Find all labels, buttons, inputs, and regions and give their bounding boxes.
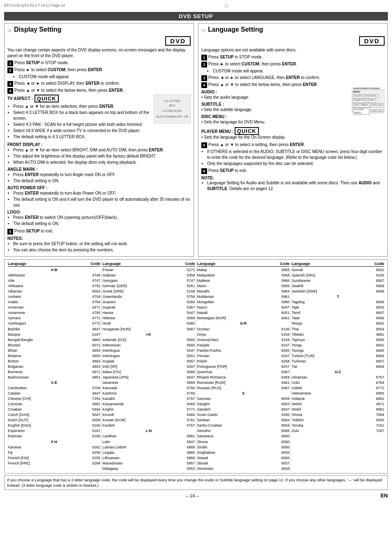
lang-row: Vietnamese6855 <box>292 391 384 396</box>
lang-row: Romanian [RUM]6461 <box>197 380 290 385</box>
right-step-1: 1 Press SETUP in STOP mode. <box>201 54 385 60</box>
lang-col-4: Language Code Somali6561 Spanish [SPA]51… <box>291 261 385 471</box>
lang-row: Yoruba7161 <box>292 423 384 428</box>
lang-row: Turkish [TUR]6664 <box>292 353 384 359</box>
lang-row: Spanish [SPA]5165 <box>292 273 384 278</box>
lang-row: Zulu7267 <box>292 428 384 434</box>
lang-row: Twi6669 <box>292 364 384 369</box>
lang-row: Hungarian [HUN]5467 <box>102 327 195 332</box>
lang-row: Macedonian5957 <box>102 461 195 466</box>
lang-row: Uzbek6772 <box>292 385 384 391</box>
tv-aspect-label: TV ASPECT : QUICK <box>7 95 151 102</box>
language-setting-icon: ☞ <box>201 28 206 34</box>
lang-row: Georgian5747 <box>102 278 195 283</box>
lang-row: Greenlandic5758 <box>102 294 195 300</box>
lang-row: Corsican4961 <box>8 402 100 407</box>
lang-row: Shona6560 <box>197 439 290 445</box>
lang-row: Samoan6559 <box>197 396 290 402</box>
auto-power-bullets: Press ENTER repeatedly to turn Auto Powe… <box>13 190 191 208</box>
lang-row: Byelorussian4851 <box>8 375 100 380</box>
lang-row: Breton4864 <box>8 359 100 364</box>
lang-row: Singhalese6555 <box>197 450 290 455</box>
lang-row: Slovak6557 <box>197 461 290 466</box>
left-step-4: 4 Press ▲ or ▼ to select the below items… <box>7 88 191 94</box>
lang-row: Lingala5860 <box>102 450 195 455</box>
logo-bullets: Press ENTER to switch ON (opening pictur… <box>13 215 191 227</box>
lang-section-ln: L-N <box>102 428 195 434</box>
right-dvd-badge: DVD <box>359 36 385 46</box>
lang-row: Hindi5455 <box>102 321 195 326</box>
left-notes-title: NOTES: <box>7 236 191 241</box>
lang-row: Polish6258 <box>197 359 290 364</box>
lang-row: Marathi5964 <box>197 289 290 294</box>
lang-row: Sanskrit6547 <box>197 407 290 412</box>
lang-row: Azerbaijani4772 <box>8 321 100 326</box>
lang-row: Somali6561 <box>292 267 384 273</box>
lang-row: Inupiak5557 <box>102 359 195 364</box>
lang-row: Serbo-Croatian6554 <box>197 423 290 428</box>
lang-row: Russian [RUS]6467 <box>197 385 290 391</box>
file-info-circle: ○ <box>224 1 229 10</box>
lang-row: Afrikaans4752 <box>8 283 100 289</box>
lang-row: Pashto;Pushto6265 <box>197 348 290 353</box>
lang-row: Maori5955 <box>197 283 290 289</box>
lang-row: German [GER]5051 <box>102 283 195 289</box>
lang-row: Tibetan4861 <box>292 332 384 337</box>
lang-col-4-header: Language Code <box>292 261 384 267</box>
lang-row: Swahili6569 <box>292 283 384 289</box>
page-num: – 14 – <box>186 493 199 498</box>
lang-row: Icelandic [ICE]5565 <box>102 337 195 343</box>
lang-row: Setswana6660 <box>197 434 290 439</box>
lang-row: Rhaeto-Romance6459 <box>197 375 290 380</box>
lang-row: Siswat6565 <box>197 455 290 461</box>
display-setting-icon: ☞ <box>7 28 12 34</box>
lang-row: Latin5847 <box>102 439 195 445</box>
lang-row: Amharic4759 <box>8 294 100 300</box>
angle-mark-title: ANGLE MARK : <box>7 167 191 172</box>
auto-power-title: AUTO POWER OFF : <box>7 186 191 190</box>
lang-row: Interlingua5547 <box>102 348 195 353</box>
lang-row: Urdu6764 <box>292 380 384 385</box>
lang-row: Hausa5447 <box>102 310 195 316</box>
lang-row: French [FRE]5264 <box>8 461 100 466</box>
lang-row: Sindhi6550 <box>197 445 290 450</box>
lang-row: Tatar6666 <box>292 316 384 321</box>
lang-row: Frisian5271 <box>102 267 195 273</box>
footer-note: If you choose a Language that has a 3 le… <box>4 475 388 490</box>
lang-row: Ukrainian6757 <box>292 375 384 380</box>
front-display-title: FRONT DISPLAY : <box>7 142 191 147</box>
lang-row: Tajik6653 <box>292 305 384 310</box>
lang-row: Panjabi6247 <box>197 343 290 348</box>
note-title: NOTE: <box>201 176 214 180</box>
file-info-text: E5711UD.QX3 03.2.7 19:11 Page 14 <box>4 3 65 10</box>
lang-row: Bihari4854 <box>8 348 100 353</box>
lang-row: Javanese5669 <box>102 380 195 385</box>
lang-section-ab: A-B <box>8 267 100 273</box>
lang-row: Portuguese [POR]6257 <box>197 364 290 369</box>
lang-row: Czech [DAN]5047 <box>8 412 100 418</box>
lang-row: Telugu6651 <box>292 321 384 326</box>
lang-section-uz: U-Z <box>292 369 384 375</box>
lang-row: Esperanto5161 <box>8 428 100 434</box>
player-menu-title: PLAYER MENU : QUICK <box>201 128 385 134</box>
right-step-3: 3 Press ◄ or ► to select LANGUAGE, then … <box>201 75 385 81</box>
lang-row: Korean [KOR]5761 <box>102 418 195 423</box>
file-info: E5711UD.QX3 03.2.7 19:11 Page 14 ○ <box>4 3 388 10</box>
note-section: NOTE: Language Setting for Audio and Sub… <box>201 176 385 192</box>
disc-menu-bullet: • Sets the language for DVD Menu. <box>201 119 385 125</box>
lang-row: Norwegian [NOR]6061 <box>197 316 290 321</box>
right-step5-bullets: If OTHERS is selected in the AUDIO, SUBT… <box>207 149 385 167</box>
lang-row: Arabic4764 <box>8 300 100 305</box>
lang-row: Estonian5166 <box>8 434 100 439</box>
lang-row: Kashmiri5765 <box>102 391 195 396</box>
lang-section-s: S <box>197 391 290 396</box>
lang-row: Galician5358 <box>102 273 195 278</box>
lang-row: Sangho6553 <box>197 402 290 407</box>
right-step-5: 5 Press ▲ or ▼ to select a setting, then… <box>201 142 385 148</box>
left-dvd-badge: DVD <box>165 36 191 46</box>
lang-row: Chinese [CHI]7254 <box>8 396 100 402</box>
left-step-2: 2 Press ► to select CUSTOM, then press E… <box>7 67 191 73</box>
lang-row: Tigrinya6655 <box>292 337 384 343</box>
lang-row: Finnish [FIN]5255 <box>8 455 100 461</box>
lang-row: Kirghiz5771 <box>102 407 195 412</box>
